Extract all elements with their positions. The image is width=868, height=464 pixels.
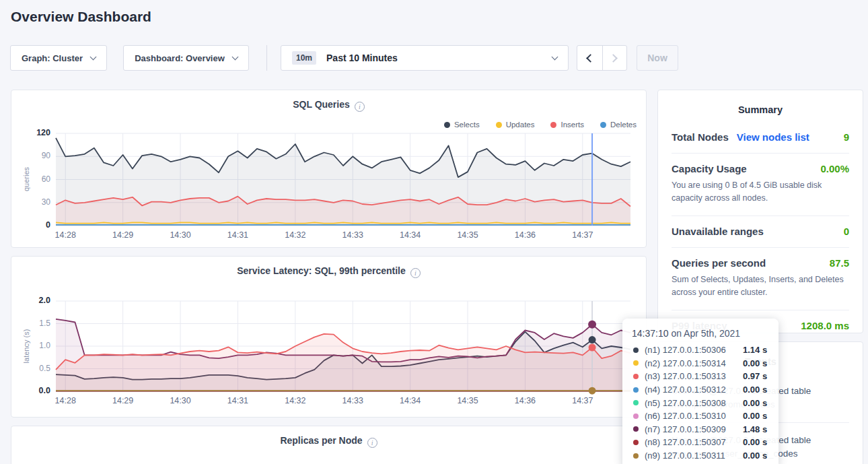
summary-metric: Total NodesView nodes list9 (672, 122, 849, 153)
x-axis-tick: 14:30 (160, 230, 201, 240)
chart-title: SQL Queriesi (11, 99, 646, 112)
time-range-badge: 10m (292, 51, 316, 65)
node-address: (n5) 127.0.0.1:50308 (645, 398, 743, 408)
chevron-down-icon (552, 53, 558, 60)
legend-label: Selects (454, 121, 480, 129)
x-axis-tick: 14:35 (447, 230, 488, 240)
metric-value: 0 (844, 226, 849, 237)
chart-title: Replicas per Nodei (11, 435, 646, 448)
tooltip-row: (n9) 127.0.0.1:503110.00 s (632, 449, 769, 463)
service-latency-panel: Service Latency: SQL, 99th percentilei l… (11, 256, 647, 418)
x-axis-tick: 14:32 (275, 230, 316, 240)
legend-label: Updates (506, 121, 535, 129)
metric-description: Sum of Selects, Updates, Inserts, and De… (672, 273, 849, 300)
x-axis-tick: 14:36 (505, 396, 545, 405)
node-color-dot (633, 360, 639, 366)
summary-metrics: Total NodesView nodes list9Capacity Usag… (672, 122, 849, 341)
y-axis-tick: 1.0 (21, 341, 50, 350)
node-color-dot (633, 426, 639, 432)
node-address: (n7) 127.0.0.1:50309 (645, 424, 743, 434)
metric-value: 87.5 (830, 257, 849, 269)
metric-label: Capacity Usage (672, 163, 747, 174)
x-axis-tick: 14:31 (217, 396, 258, 405)
info-icon[interactable]: i (410, 268, 421, 278)
y-axis-tick: 60 (21, 174, 50, 184)
hover-dot-(n7) 127.0.0.1:50309 (588, 321, 596, 329)
node-color-dot (633, 440, 639, 445)
metric-label: Unavailable ranges (672, 226, 764, 237)
legend-dot (550, 122, 556, 128)
metric-value: 0.00% (820, 163, 849, 174)
x-axis-tick: 14:30 (160, 396, 201, 405)
chevron-down-icon (231, 53, 238, 60)
node-color-dot (633, 374, 639, 379)
node-latency-value: 0.00 s (743, 411, 767, 421)
sql-queries-panel: SQL Queriesi SelectsUpdatesInsertsDelete… (11, 90, 647, 248)
y-axis-tick: 2.0 (21, 296, 50, 305)
node-address: (n8) 127.0.0.1:50307 (645, 437, 743, 447)
sql-queries-chart[interactable] (11, 90, 646, 247)
chart-title: Service Latency: SQL, 99th percentilei (11, 265, 646, 278)
info-icon[interactable]: i (367, 438, 377, 448)
y-axis-tick: 1.5 (21, 319, 50, 328)
overview-dashboard-page: { "page": { "title": "Overview Dashboard… (0, 0, 868, 464)
node-color-dot (633, 413, 639, 419)
metric-value: 9 (844, 131, 849, 143)
x-axis-tick: 14:29 (103, 396, 143, 405)
node-address: (n3) 127.0.0.1:50313 (645, 371, 743, 381)
prev-time-button[interactable] (577, 46, 602, 70)
chevron-left-icon (586, 54, 595, 63)
legend-item-updates[interactable]: Updates (496, 121, 535, 129)
chart-legend: SelectsUpdatesInsertsDeletes (444, 121, 637, 129)
time-range-selector[interactable]: 10m Past 10 Minutes (281, 45, 569, 71)
chevron-down-icon (90, 53, 97, 60)
time-range-label: Past 10 Minutes (326, 53, 398, 63)
y-axis-tick: 0 (21, 220, 50, 230)
node-latency-value: 0.00 s (743, 451, 767, 461)
summary-metric-row: Total NodesView nodes list9 (672, 131, 849, 143)
x-axis-tick: 14:32 (275, 396, 316, 405)
node-latency-value: 0.00 s (743, 398, 767, 408)
legend-item-selects[interactable]: Selects (444, 121, 480, 129)
node-address: (n4) 127.0.0.1:50312 (645, 385, 743, 395)
x-axis-tick: 14:37 (563, 230, 603, 240)
summary-metric-row: Capacity Usage0.00% (672, 163, 849, 174)
summary-metric: Capacity Usage0.00%You are using 0 B of … (672, 153, 849, 216)
node-latency-value: 1.48 s (743, 424, 767, 434)
y-axis-tick: 0.0 (21, 386, 50, 395)
tooltip-row: (n1) 127.0.0.1:503061.14 s (632, 343, 769, 357)
tooltip-row: (n5) 127.0.0.1:503080.00 s (632, 396, 769, 409)
now-button[interactable]: Now (637, 45, 678, 71)
legend-label: Inserts (560, 121, 584, 129)
dashboard-dropdown[interactable]: Dashboard: Overview (123, 45, 249, 71)
graph-dropdown[interactable]: Graph: Cluster (10, 45, 107, 71)
tooltip-row: (n7) 127.0.0.1:503091.48 s (632, 423, 769, 436)
x-axis-tick: 14:29 (103, 230, 143, 240)
next-time-button[interactable] (602, 46, 627, 70)
tooltip-row: (n2) 127.0.0.1:503140.00 s (632, 357, 769, 370)
y-axis-tick: 120 (21, 128, 50, 137)
hover-dot-(n3) 127.0.0.1:50313 (589, 344, 596, 352)
node-address: (n1) 127.0.0.1:50306 (645, 345, 743, 355)
graph-dropdown-label: Graph: Cluster (22, 53, 83, 63)
metric-label: Queries per second (672, 257, 766, 269)
node-color-dot (633, 453, 639, 459)
legend-item-inserts[interactable]: Inserts (550, 121, 584, 129)
view-nodes-link[interactable]: View nodes list (737, 131, 809, 143)
node-address: (n6) 127.0.0.1:50310 (645, 411, 743, 421)
tooltip-row: (n4) 127.0.0.1:503120.00 s (632, 383, 769, 397)
x-axis-tick: 14:28 (45, 396, 85, 405)
summary-metric-row: Unavailable ranges0 (672, 226, 849, 237)
info-icon[interactable]: i (355, 102, 365, 112)
x-axis-tick: 14:33 (332, 396, 373, 405)
metric-description: You are using 0 B of 4.5 GiB usable disk… (672, 179, 849, 205)
tooltip-row: (n8) 127.0.0.1:503070.00 s (632, 436, 769, 449)
service-latency-chart[interactable] (11, 257, 646, 417)
chart-tooltip: 14:37:10 on Apr 5th, 2021 (n1) 127.0.0.1… (622, 319, 779, 464)
legend-item-deletes[interactable]: Deletes (600, 121, 637, 129)
summary-metric: Queries per second87.5Sum of Selects, Up… (672, 247, 849, 310)
x-axis-tick: 14:33 (332, 230, 373, 240)
node-latency-value: 1.14 s (743, 345, 767, 355)
summary-metric: Unavailable ranges0 (672, 216, 849, 247)
node-latency-value: 0.00 s (743, 358, 767, 368)
